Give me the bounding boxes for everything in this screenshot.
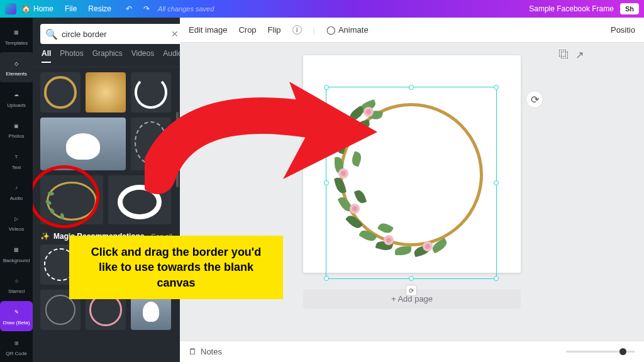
background-icon: ▩ [11, 244, 22, 256]
rail-label: Templates [5, 40, 28, 46]
home-icon: 🏠 [21, 4, 31, 13]
search-field[interactable]: 🔍 ✕ [40, 24, 184, 44]
rail-text[interactable]: TText [0, 146, 33, 175]
resize-handle[interactable] [324, 180, 329, 185]
page-tools: ⿻ ↗ [559, 49, 584, 61]
rail-label: Audio [10, 195, 23, 201]
refresh-icon: ⟳ [531, 94, 539, 106]
rail-label: Background [3, 258, 30, 263]
reset-button[interactable]: ⟳ [526, 90, 543, 108]
rail-background[interactable]: ▩Background [0, 239, 33, 268]
sparkle-icon: ✨ [40, 232, 50, 241]
results-grid: ✨Magic Recommendations See all [33, 67, 180, 362]
home-label: Home [33, 4, 53, 13]
resize-handle[interactable] [324, 276, 329, 281]
rail-draw[interactable]: ✎Draw (Beta) [0, 301, 33, 331]
edit-image-button[interactable]: Edit image [189, 25, 227, 35]
top-menu-bar: 🏠 Home File Resize ↶ ↷ All changes saved… [0, 0, 644, 18]
rail-label: Uploads [7, 102, 25, 108]
rail-videos[interactable]: ▷Videos [0, 208, 33, 238]
home-menu[interactable]: 🏠 Home [21, 4, 53, 13]
duplicate-page-button[interactable]: ⿻ [559, 49, 569, 61]
text-icon: T [11, 151, 22, 163]
elements-icon: ◇ [11, 58, 22, 69]
element-thumb[interactable] [131, 72, 171, 112]
info-button[interactable]: i [292, 25, 302, 35]
element-thumb[interactable] [40, 72, 80, 112]
rail-label: Videos [9, 226, 24, 232]
rail-uploads[interactable]: ☁Uploads [0, 84, 33, 113]
resize-handle[interactable] [409, 85, 414, 90]
undo-button[interactable]: ↶ [123, 4, 135, 13]
resize-menu[interactable]: Resize [88, 4, 111, 13]
rail-label: Draw (Beta) [3, 320, 30, 326]
export-page-button[interactable]: ↗ [575, 49, 584, 61]
bottom-bar: 🗒Notes [180, 341, 644, 362]
search-icon: 🔍 [45, 28, 58, 40]
search-input[interactable] [62, 30, 167, 39]
templates-icon: ▦ [11, 27, 22, 38]
save-status: All changes saved [158, 5, 214, 13]
annotation-callout: Click and drag the border you'd like to … [69, 236, 283, 299]
rail-label: Text [12, 165, 21, 170]
info-icon: i [292, 25, 302, 35]
uploads-icon: ☁ [11, 89, 22, 101]
floral-wreath-element[interactable] [335, 98, 488, 251]
resize-handle[interactable] [324, 85, 329, 90]
rail-label: Photos [9, 133, 25, 139]
draw-icon: ✎ [11, 307, 22, 318]
clear-search-button[interactable]: ✕ [171, 29, 179, 39]
rail-label: Elements [6, 71, 26, 77]
element-thumb[interactable] [86, 72, 126, 112]
starred-icon: ☆ [11, 275, 22, 287]
zoom-slider[interactable] [566, 351, 635, 353]
rail-label: QR Code [6, 351, 26, 356]
share-button[interactable]: Sh [620, 3, 639, 14]
animate-icon: ◯ [326, 25, 336, 35]
rail-starred[interactable]: ☆Starred [0, 270, 33, 300]
videos-icon: ▷ [11, 213, 22, 224]
filter-tabs: All Photos Graphics Videos Audio [33, 49, 180, 67]
element-thumb-floral[interactable] [40, 175, 103, 224]
tab-all[interactable]: All [42, 49, 51, 63]
notes-icon: 🗒 [189, 347, 197, 356]
rail-audio[interactable]: ♪Audio [0, 177, 33, 206]
canvas-page[interactable]: ⟳ ⟳ [303, 55, 521, 273]
rail-qrcode[interactable]: ⊞QR Code [0, 332, 33, 362]
zoom-knob[interactable] [619, 348, 626, 355]
app-logo[interactable] [5, 3, 16, 14]
rail-templates[interactable]: ▦Templates [0, 21, 33, 51]
element-thumb[interactable] [40, 118, 126, 170]
element-thumb[interactable] [131, 118, 171, 170]
canvas-area: Edit image Crop Flip i | ◯Animate Positi… [180, 18, 644, 362]
animate-label: Animate [338, 25, 369, 35]
tab-graphics[interactable]: Graphics [92, 49, 123, 63]
tab-photos[interactable]: Photos [60, 49, 83, 63]
panel-scrollbar[interactable] [176, 112, 179, 187]
rotate-handle[interactable]: ⟳ [406, 285, 417, 296]
rail-photos[interactable]: ▣Photos [0, 114, 33, 144]
main-layout: ▦Templates ◇Elements ☁Uploads ▣Photos TT… [0, 18, 644, 362]
tab-videos[interactable]: Videos [131, 49, 154, 63]
context-toolbar: Edit image Crop Flip i | ◯Animate Positi… [180, 18, 644, 43]
document-title[interactable]: Sample Facebook Frame [529, 4, 614, 13]
animate-button[interactable]: ◯Animate [326, 25, 369, 35]
redo-button[interactable]: ↷ [140, 4, 153, 13]
rail-elements[interactable]: ◇Elements [0, 52, 33, 82]
resize-handle[interactable] [494, 180, 499, 185]
side-rail: ▦Templates ◇Elements ☁Uploads ▣Photos TT… [0, 18, 33, 362]
position-button[interactable]: Positio [611, 25, 635, 35]
notes-button[interactable]: 🗒Notes [189, 347, 222, 356]
flip-button[interactable]: Flip [268, 25, 281, 35]
file-menu[interactable]: File [65, 4, 77, 13]
qrcode-icon: ⊞ [11, 337, 22, 349]
elements-panel: 🔍 ✕ All Photos Graphics Videos Audio [33, 18, 180, 362]
resize-handle[interactable] [494, 276, 499, 281]
crop-button[interactable]: Crop [238, 25, 256, 35]
notes-label: Notes [201, 347, 222, 356]
element-thumb[interactable] [108, 175, 171, 224]
photos-icon: ▣ [11, 120, 22, 131]
audio-icon: ♪ [11, 182, 22, 194]
resize-handle[interactable] [409, 276, 414, 281]
resize-handle[interactable] [494, 85, 499, 90]
